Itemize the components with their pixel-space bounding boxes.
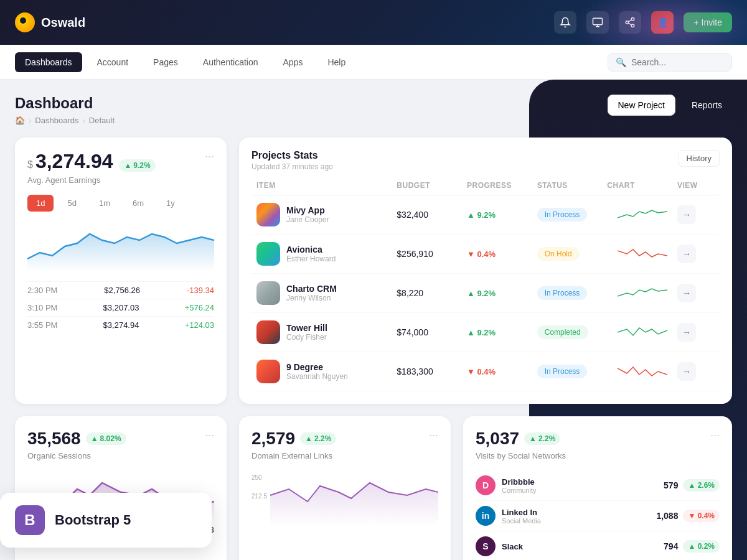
project-item-charto: Charto CRM Jenny Wilson [256, 281, 397, 305]
view-charto: → [677, 284, 715, 302]
view-9degree: → [677, 362, 715, 381]
monitor-icon[interactable] [586, 11, 609, 34]
external-more-btn[interactable]: ··· [429, 429, 438, 442]
status-9degree: In Process [537, 365, 608, 378]
social-row-slack: S Slack 794 ▲ 0.2% [476, 531, 720, 560]
slack-icon: S [476, 536, 496, 556]
top-cards-grid: $ 3,274.94 ▲ 9.2% Avg. Agent Earnings ··… [15, 138, 732, 404]
social-more-btn[interactable]: ··· [710, 429, 720, 442]
breadcrumb-default: Default [89, 116, 115, 125]
progress-tower: ▲ 9.2% [467, 328, 537, 337]
chart-avionica [607, 245, 677, 263]
earnings-value: 3,274.94 [35, 150, 113, 173]
project-item-avionica: Avionica Esther Howard [256, 242, 397, 266]
earnings-data-rows: 2:30 PM $2,756.26 -139.34 3:10 PM $3,207… [27, 281, 214, 334]
project-info-avionica: Avionica Esther Howard [286, 245, 336, 263]
status-tower: Completed [537, 325, 608, 339]
svg-point-3 [632, 18, 635, 21]
project-info-tower: Tower Hill Cody Fisher [286, 323, 327, 342]
projects-card: Projects Stats Updated 37 minutes ago Hi… [239, 138, 732, 404]
project-row-mivy: Mivy App Jane Cooper $32,400 ▲ 9.2% In P… [251, 195, 720, 235]
external-number: 2,579 ▲ 2.2% [251, 429, 336, 449]
col-chart: CHART [607, 181, 677, 190]
history-button[interactable]: History [679, 150, 720, 167]
organic-more-btn[interactable]: ··· [205, 429, 214, 442]
time-filter-1d[interactable]: 1d [27, 195, 54, 212]
nav-item-account[interactable]: Account [87, 52, 139, 72]
nav-item-pages[interactable]: Pages [143, 52, 188, 72]
col-view: VIEW [677, 181, 715, 190]
nav-item-authentication[interactable]: Authentication [193, 52, 268, 72]
col-status: STATUS [537, 181, 608, 190]
chart-mivy [607, 205, 677, 224]
social-row-linkedin: in Linked In Social Media 1,088 ▼ 0.4% [476, 501, 720, 531]
time-filter-5d[interactable]: 5d [59, 195, 85, 212]
view-btn-avionica[interactable]: → [677, 245, 696, 263]
view-btn-charto[interactable]: → [677, 284, 696, 302]
progress-mivy: ▲ 9.2% [467, 210, 537, 220]
external-chart: 250 212.5 [251, 470, 438, 526]
earnings-badge: ▲ 9.2% [119, 159, 155, 172]
projects-title-area: Projects Stats Updated 37 minutes ago [251, 150, 333, 171]
col-progress: PROGRESS [467, 181, 537, 190]
top-navbar: Oswald 👤 + Invite [0, 0, 747, 45]
search-icon: 🔍 [616, 57, 626, 67]
avatar-image: 👤 [651, 11, 674, 34]
view-btn-mivy[interactable]: → [677, 205, 696, 224]
social-label: Visits by Social Networks [476, 451, 720, 460]
chart-9degree [607, 362, 677, 381]
bootstrap-text: Bootstrap 5 [55, 512, 131, 528]
earnings-row-3: 3:55 PM $3,274.94 +124.03 [27, 316, 214, 334]
project-row-tower: Tower Hill Cody Fisher $74,000 ▲ 9.2% Co… [251, 313, 720, 352]
time-filter-1m[interactable]: 1m [90, 195, 119, 212]
svg-point-4 [626, 21, 629, 24]
projects-header: Projects Stats Updated 37 minutes ago Hi… [251, 150, 720, 171]
nav-icons: 👤 + Invite [554, 11, 732, 34]
view-btn-tower[interactable]: → [677, 323, 696, 342]
reports-button[interactable]: Reports [682, 95, 732, 116]
project-icon-avionica [256, 242, 280, 266]
time-filter-6m[interactable]: 6m [124, 195, 153, 212]
project-icon-tower [256, 320, 280, 344]
view-btn-9degree[interactable]: → [677, 362, 696, 381]
earnings-more-btn[interactable]: ··· [205, 150, 214, 163]
breadcrumb-home-icon: 🏠 [15, 116, 25, 125]
breadcrumb: 🏠 › Dashboards › Default [15, 116, 115, 125]
linkedin-icon: in [476, 506, 496, 526]
new-project-button[interactable]: New Project [608, 95, 675, 116]
project-icon-9degree [256, 360, 280, 383]
status-avionica: On Hold [537, 247, 608, 261]
notifications-icon[interactable] [554, 11, 576, 34]
project-info-9degree: 9 Degree Savannah Nguyen [286, 362, 348, 381]
breadcrumb-dashboards[interactable]: Dashboards [35, 116, 78, 125]
page-title: Dashboard [15, 95, 115, 112]
share-icon[interactable] [619, 11, 641, 34]
projects-subtitle: Updated 37 minutes ago [251, 162, 333, 171]
time-filter-1y[interactable]: 1y [157, 195, 184, 212]
project-icon-mivy [256, 203, 280, 226]
status-mivy: In Process [537, 208, 608, 222]
invite-button[interactable]: + Invite [684, 12, 732, 32]
project-item-tower: Tower Hill Cody Fisher [256, 320, 397, 344]
main-content: Dashboard 🏠 › Dashboards › Default New P… [0, 80, 747, 560]
secondary-navbar: Dashboards Account Pages Authentication … [0, 45, 747, 80]
nav-item-help[interactable]: Help [317, 52, 355, 72]
project-item-9degree: 9 Degree Savannah Nguyen [256, 360, 397, 383]
budget-charto: $8,220 [397, 288, 467, 298]
svg-text:212.5: 212.5 [251, 493, 267, 500]
search-input[interactable] [631, 57, 725, 67]
budget-tower: $74,000 [397, 327, 467, 337]
page-header: Dashboard 🏠 › Dashboards › Default New P… [15, 95, 732, 125]
progress-avionica: ▼ 0.4% [467, 250, 537, 259]
nav-item-dashboards[interactable]: Dashboards [15, 52, 82, 72]
nav-item-apps[interactable]: Apps [273, 52, 313, 72]
earnings-label: Avg. Agent Earnings [27, 175, 156, 185]
project-info-charto: Charto CRM Jenny Wilson [286, 284, 337, 302]
earnings-chart [27, 222, 214, 271]
avatar[interactable]: 👤 [651, 11, 674, 34]
logo-name: Oswald [41, 16, 85, 30]
earnings-row-2: 3:10 PM $3,207.03 +576.24 [27, 299, 214, 316]
projects-title: Projects Stats [251, 150, 333, 161]
external-label: Domain External Links [251, 451, 438, 460]
dribbble-icon: D [476, 475, 496, 495]
